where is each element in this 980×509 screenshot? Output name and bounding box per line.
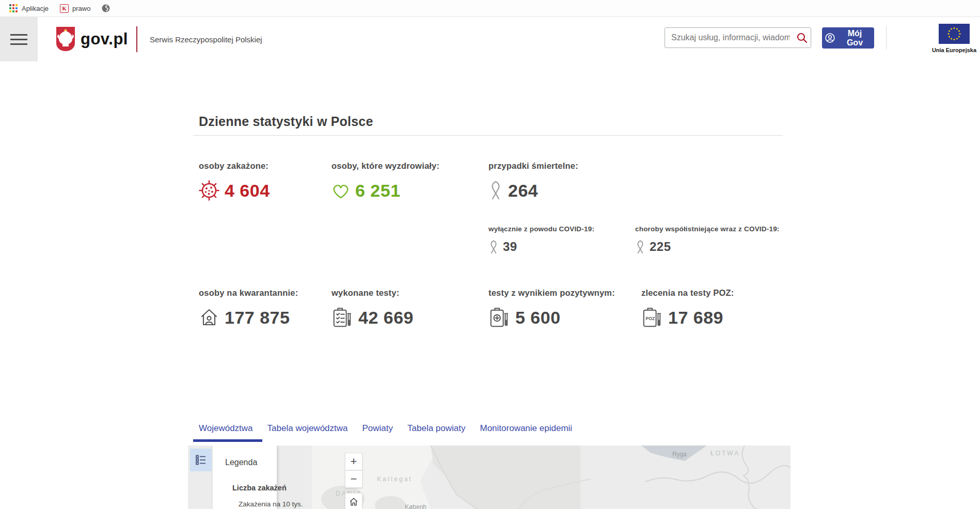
govpl-logo[interactable]: gov.pl (55, 26, 128, 52)
stat-tests-label: wykonane testy: (331, 288, 414, 298)
map-zoom-out-button[interactable]: − (345, 470, 362, 488)
legend-item: Zakażenia na 10 tys. (239, 500, 303, 508)
stat-quarantine: osoby na kwarantannie: 177 875 (199, 288, 298, 330)
poz-icon-text: POZ (646, 316, 655, 321)
page-title: Dzienne statystyki w Polsce (199, 114, 373, 129)
poz-tests-icon: POZ (641, 307, 663, 328)
stat-recovered: osoby, które wyzdrowiały: 6 251 (331, 161, 439, 203)
tab-wojewodztwa[interactable]: Województwa (199, 423, 253, 434)
legend-section-title: Liczba zakażeń (232, 484, 287, 492)
eu-block: Unia Europejska (924, 24, 980, 53)
ribbon-icon (488, 240, 499, 254)
stat-recovered-value: 6 251 (355, 181, 401, 201)
tests-clipboard-icon (331, 307, 353, 328)
hamburger-icon (10, 34, 27, 36)
stat-tests: wykonane testy: 42 669 (331, 288, 414, 330)
map-label-kattegat: Kattegat (377, 475, 413, 483)
k-favicon: K (60, 4, 69, 13)
search-input[interactable] (665, 33, 793, 42)
map-label-copenhagen: Københ (405, 503, 426, 509)
stat-quarantine-label: osoby na kwarantannie: (199, 288, 298, 298)
map-background (188, 446, 791, 509)
legend-title: Legenda (225, 458, 257, 467)
stat-poz-tests-label: zlecenia na testy POZ: (641, 288, 734, 298)
page: Aplikacje K prawo gov.pl Ser (0, 0, 980, 509)
stat-deaths-covid-only-value: 39 (503, 240, 517, 254)
globe-favicon (102, 4, 110, 12)
stat-deaths-value: 264 (508, 181, 538, 201)
active-tab-indicator (193, 439, 262, 442)
map-tabs: Województwa Tabela województwa Powiaty T… (199, 423, 572, 434)
moj-gov-button[interactable]: Mój Gov (822, 27, 874, 49)
bookmark-prawo-label: prawo (72, 5, 90, 12)
ribbon-icon (635, 240, 645, 254)
stat-poz-tests: zlecenia na testy POZ: POZ 17 689 (641, 288, 734, 330)
poland-eagle-emblem-icon (55, 26, 76, 52)
tab-tabela-powiaty[interactable]: Tabela powiaty (407, 423, 465, 434)
site-header: gov.pl Serwis Rzeczypospolitej Polskiej … (0, 17, 980, 61)
legend-panel: Legenda Liczba zakażeń Zakażenia na 10 t… (213, 446, 277, 509)
map-label-latvia: ŁOTWA (710, 450, 740, 457)
stat-positive-tests-label: testy z wynikiem pozytywnym: (488, 288, 615, 298)
quarantine-house-icon (199, 307, 219, 328)
site-search (665, 27, 811, 48)
browser-bookmarks-bar: Aplikacje K prawo (0, 0, 980, 17)
account-person-icon (825, 33, 835, 43)
eu-flag-icon (939, 24, 970, 44)
stat-deaths-label: przypadki śmiertelne: (488, 161, 578, 171)
bookmark-globe[interactable] (99, 4, 113, 12)
plus-icon: + (351, 455, 357, 468)
bookmark-apps-label: Aplikacje (22, 5, 49, 12)
stat-infected-value: 4 604 (225, 181, 270, 201)
tab-monitorowanie-epidemii[interactable]: Monitorowanie epidemii (480, 423, 573, 434)
stat-deaths-comorbid-label: choroby współistniejące wraz z COVID-19: (635, 225, 780, 233)
tab-powiaty[interactable]: Powiaty (362, 423, 393, 434)
bookmark-apps[interactable]: Aplikacje (6, 4, 52, 13)
stat-deaths-covid-only-label: wyłącznie z powodu COVID-19: (488, 225, 594, 233)
ribbon-icon (488, 180, 503, 201)
menu-button[interactable] (0, 17, 38, 61)
map-label-riga: Ryga (672, 451, 687, 458)
stat-deaths-comorbid-value: 225 (650, 240, 671, 254)
stat-positive-tests: testy z wynikiem pozytywnym: 5 600 (488, 288, 615, 330)
stat-infected: osoby zakażone: 4 604 (199, 161, 270, 203)
bookmark-prawo[interactable]: K prawo (57, 4, 93, 13)
stat-deaths: przypadki śmiertelne: 264 (488, 161, 578, 203)
heart-icon (331, 182, 350, 199)
title-divider (193, 135, 783, 136)
stat-positive-tests-value: 5 600 (515, 308, 561, 328)
map-zoom-in-button[interactable]: + (345, 453, 362, 470)
legend-toggle-button[interactable] (190, 449, 212, 471)
stat-quarantine-value: 177 875 (225, 308, 290, 328)
tab-tabela-wojewodztwa[interactable]: Tabela województwa (267, 423, 348, 434)
moj-gov-label: Mój Gov (839, 29, 871, 47)
govpl-logo-text: gov.pl (81, 30, 128, 49)
header-tagline: Serwis Rzeczypospolitej Polskiej (150, 35, 262, 44)
stat-infected-label: osoby zakażone: (199, 161, 270, 171)
header-divider (886, 26, 887, 50)
stat-deaths-covid-only: wyłącznie z powodu COVID-19: 39 (488, 225, 594, 256)
stat-tests-value: 42 669 (358, 308, 414, 328)
apps-grid-icon (9, 4, 18, 13)
infection-map[interactable]: Kattegat DANIA Københ Ryga ŁOTWA Legenda… (188, 446, 791, 509)
search-icon (796, 32, 808, 43)
legend-list-icon (195, 454, 207, 466)
search-button[interactable] (793, 28, 811, 47)
home-icon (349, 497, 358, 506)
positive-tests-icon (488, 307, 510, 328)
header-red-divider (136, 26, 137, 52)
map-home-button[interactable] (345, 493, 362, 509)
stat-deaths-comorbid: choroby współistniejące wraz z COVID-19:… (635, 225, 780, 256)
virus-icon (199, 180, 219, 201)
minus-icon: − (351, 472, 357, 486)
eu-label: Unia Europejska (924, 47, 980, 53)
stat-recovered-label: osoby, które wyzdrowiały: (331, 161, 439, 171)
stat-poz-tests-value: 17 689 (668, 308, 723, 328)
